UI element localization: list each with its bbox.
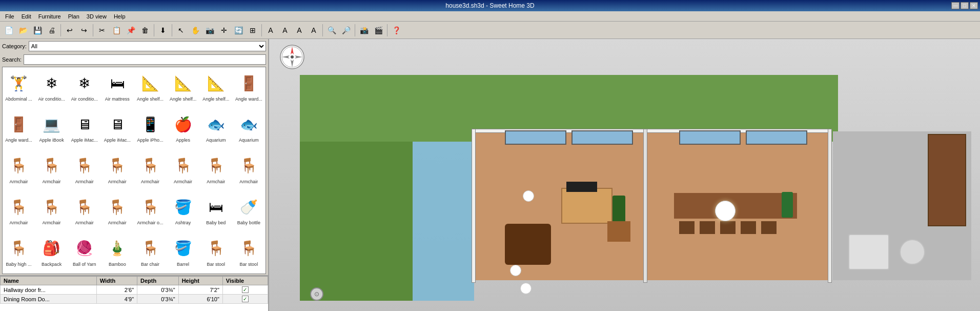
compass[interactable] bbox=[279, 44, 305, 70]
move-tool[interactable]: ✛ bbox=[217, 24, 231, 37]
furniture-item-32[interactable]: 🪑 Baby high ... bbox=[3, 232, 35, 274]
text-tool[interactable]: A bbox=[264, 24, 277, 37]
furniture-item-19[interactable]: 🪑 Armchair bbox=[101, 150, 133, 191]
resize-tool[interactable]: ⊞ bbox=[246, 24, 259, 37]
menu-help[interactable]: Help bbox=[111, 12, 129, 21]
maximize-button[interactable]: □ bbox=[961, 2, 969, 9]
menu-furniture[interactable]: Furniture bbox=[35, 12, 64, 21]
furniture-item-1[interactable]: ❄ Air conditio... bbox=[35, 67, 68, 108]
furniture-item-30[interactable]: 🛏 Baby bed bbox=[200, 191, 232, 232]
furniture-item-0[interactable]: 🏋 Abdominal ... bbox=[3, 67, 35, 108]
furniture-thumb-4: 📐 bbox=[137, 70, 164, 96]
furniture-item-38[interactable]: 🪑 Bar stool bbox=[200, 232, 232, 274]
furniture-label-35: Bamboo bbox=[109, 262, 126, 267]
furniture-item-21[interactable]: 🪑 Armchair bbox=[167, 150, 199, 191]
furniture-item-39[interactable]: 🪑 Bar stool bbox=[233, 232, 265, 274]
furniture-item-6[interactable]: 📐 Angle shelf... bbox=[200, 67, 232, 108]
col-height[interactable]: Height bbox=[178, 277, 222, 285]
camera-tool[interactable]: 📷 bbox=[203, 24, 216, 37]
furniture-thumb-32: 🪑 bbox=[6, 235, 32, 262]
furniture-item-11[interactable]: 🖥 Apple iMac... bbox=[101, 108, 133, 149]
furniture-label-9: Apple iBook bbox=[39, 138, 64, 143]
furniture-item-33[interactable]: 🎒 Backpack bbox=[35, 232, 68, 274]
cut-button[interactable]: ✂ bbox=[95, 24, 109, 37]
furniture-item-34[interactable]: 🧶 Ball of Yarn bbox=[68, 232, 100, 274]
menu-3dview[interactable]: 3D view bbox=[84, 12, 110, 21]
zoom-out-button[interactable]: 🔎 bbox=[339, 24, 353, 37]
import-button[interactable]: ⬇ bbox=[156, 24, 170, 37]
nav-indicator[interactable]: ⊙ bbox=[310, 287, 323, 301]
furniture-item-20[interactable]: 🪑 Armchair bbox=[134, 150, 167, 191]
text4-tool[interactable]: A bbox=[307, 24, 320, 37]
furniture-item-29[interactable]: 🪣 Ashtray bbox=[167, 191, 199, 232]
zoom-in-button[interactable]: 🔍 bbox=[325, 24, 338, 37]
furniture-item-17[interactable]: 🪑 Armchair bbox=[35, 150, 68, 191]
furniture-item-8[interactable]: 🚪 Angle ward... bbox=[3, 108, 35, 149]
furniture-item-14[interactable]: 🐟 Aquarium bbox=[200, 108, 232, 149]
undo-button[interactable]: ↩ bbox=[63, 24, 76, 37]
col-visible[interactable]: Visible bbox=[222, 277, 268, 285]
close-button[interactable]: ✕ bbox=[970, 2, 978, 9]
copy-button[interactable]: 📋 bbox=[110, 24, 123, 37]
photo-button[interactable]: 📸 bbox=[357, 24, 371, 37]
save-button[interactable]: 💾 bbox=[31, 24, 44, 37]
open-button[interactable]: 📂 bbox=[16, 24, 30, 37]
furniture-item-5[interactable]: 📐 Angle shelf... bbox=[167, 67, 199, 108]
category-select[interactable]: All Bathroom Bedroom Dining room Kitchen… bbox=[29, 41, 266, 51]
search-input[interactable] bbox=[24, 54, 266, 65]
table-row-0[interactable]: Hallway door fr... 2'6" 0'3¾" 7'2" bbox=[1, 285, 268, 295]
furniture-item-12[interactable]: 📱 Apple iPho... bbox=[134, 108, 167, 149]
furniture-item-24[interactable]: 🪑 Armchair bbox=[3, 191, 35, 232]
furniture-item-15[interactable]: 🐟 Aquarium bbox=[233, 108, 265, 149]
furniture-item-18[interactable]: 🪑 Armchair bbox=[68, 150, 100, 191]
furniture-item-13[interactable]: 🍎 Apples bbox=[167, 108, 199, 149]
new-button[interactable]: 📄 bbox=[2, 24, 15, 37]
delete-button[interactable]: 🗑 bbox=[138, 24, 152, 37]
furniture-item-35[interactable]: 🎍 Bamboo bbox=[101, 232, 133, 274]
scene-3d[interactable]: ⊙ bbox=[269, 39, 980, 311]
select-tool[interactable]: ↖ bbox=[174, 24, 188, 37]
redo-button[interactable]: ↪ bbox=[77, 24, 91, 37]
furniture-item-7[interactable]: 🚪 Angle ward... bbox=[233, 67, 265, 108]
furniture-item-25[interactable]: 🪑 Armchair bbox=[35, 191, 68, 232]
col-depth[interactable]: Depth bbox=[137, 277, 179, 285]
furniture-item-2[interactable]: ❄ Air conditio... bbox=[68, 67, 100, 108]
furniture-item-23[interactable]: 🪑 Armchair bbox=[233, 150, 265, 191]
furniture-item-27[interactable]: 🪑 Armchair bbox=[101, 191, 133, 232]
menu-plan[interactable]: Plan bbox=[65, 12, 83, 21]
pan-tool[interactable]: ✋ bbox=[189, 24, 202, 37]
furniture-item-26[interactable]: 🪑 Armchair bbox=[68, 191, 100, 232]
plant-right bbox=[782, 192, 793, 218]
furniture-item-31[interactable]: 🍼 Baby bottle bbox=[233, 191, 265, 232]
print-button[interactable]: 🖨 bbox=[45, 24, 58, 37]
furniture-item-36[interactable]: 🪑 Bar chair bbox=[134, 232, 167, 274]
table-row-1[interactable]: Dining Room Do... 4'9" 0'3¾" 6'10" bbox=[1, 295, 268, 304]
furniture-item-3[interactable]: 🛏 Air mattress bbox=[101, 67, 133, 108]
right-panel[interactable]: ⊙ bbox=[269, 39, 980, 311]
rotate-tool[interactable]: 🔄 bbox=[232, 24, 245, 37]
menu-file[interactable]: File bbox=[2, 12, 17, 21]
cell-visible-0[interactable] bbox=[222, 285, 268, 295]
text2-tool[interactable]: A bbox=[278, 24, 292, 37]
help-button[interactable]: ❓ bbox=[390, 24, 403, 37]
furniture-item-28[interactable]: 🪑 Armchair o... bbox=[134, 191, 167, 232]
menu-edit[interactable]: Edit bbox=[18, 12, 34, 21]
checkbox-visible-0[interactable] bbox=[242, 286, 249, 293]
minimize-button[interactable]: — bbox=[951, 2, 959, 9]
cell-width-0: 2'6" bbox=[96, 285, 137, 295]
furniture-item-37[interactable]: 🪣 Barrel bbox=[167, 232, 199, 274]
paste-button[interactable]: 📌 bbox=[124, 24, 137, 37]
cell-visible-1[interactable] bbox=[222, 295, 268, 304]
furniture-item-16[interactable]: 🪑 Armchair bbox=[3, 150, 35, 191]
checkbox-visible-1[interactable] bbox=[242, 296, 249, 302]
titlebar-buttons[interactable]: — □ ✕ bbox=[951, 2, 978, 9]
furniture-item-22[interactable]: 🪑 Armchair bbox=[200, 150, 232, 191]
furniture-item-10[interactable]: 🖥 Apple iMac... bbox=[68, 108, 100, 149]
video-button[interactable]: 🎬 bbox=[372, 24, 385, 37]
furniture-item-4[interactable]: 📐 Angle shelf... bbox=[134, 67, 167, 108]
furniture-item-9[interactable]: 💻 Apple iBook bbox=[35, 108, 68, 149]
col-name[interactable]: Name bbox=[1, 277, 97, 285]
furniture-thumb-7: 🚪 bbox=[235, 70, 262, 96]
col-width[interactable]: Width bbox=[96, 277, 137, 285]
text3-tool[interactable]: A bbox=[293, 24, 306, 37]
